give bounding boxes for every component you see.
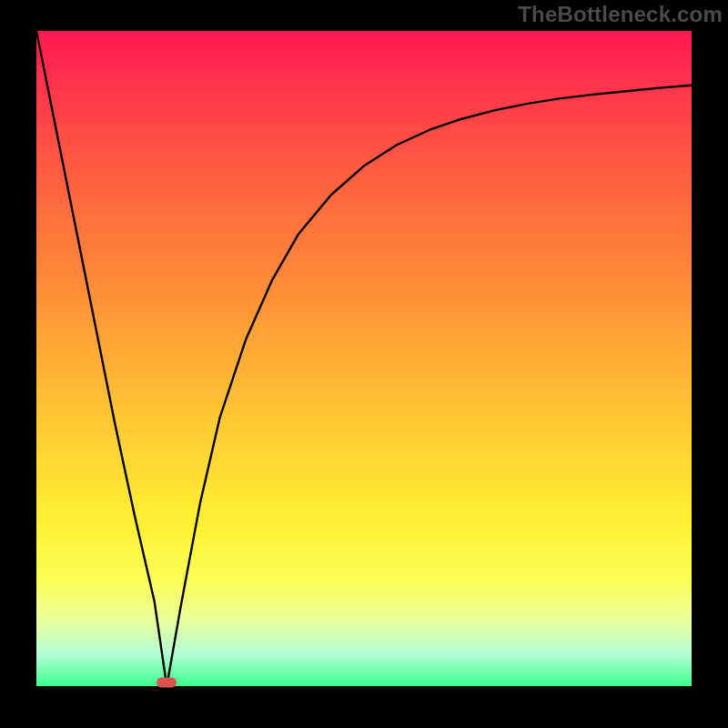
plot-area: [36, 31, 692, 686]
watermark-text: TheBottleneck.com: [518, 2, 723, 27]
vertex-marker: [157, 678, 177, 688]
bottleneck-curve: [36, 31, 692, 686]
chart-frame: TheBottleneck.com: [0, 0, 728, 728]
